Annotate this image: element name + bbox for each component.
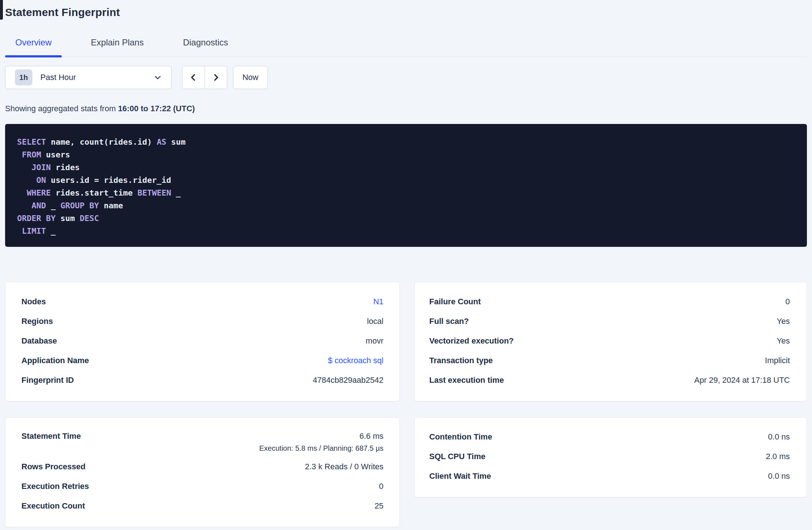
stat-value: Yes: [777, 336, 790, 346]
sql-statement: SELECT name, count(rides.id) AS sum FROM…: [17, 136, 795, 237]
prev-interval-button[interactable]: [182, 66, 205, 89]
stat-subvalue: Execution: 5.8 ms / Planning: 687.5 µs: [259, 444, 383, 453]
stat-value: Apr 29, 2024 at 17:18 UTC: [694, 376, 790, 385]
sql-line: SELECT name, count(rides.id) AS sum: [17, 136, 795, 148]
stat-value-link[interactable]: N1: [373, 297, 383, 306]
sql-token: LIMIT: [22, 226, 46, 236]
sql-line: JOIN rides: [17, 161, 795, 174]
stat-row: Failure Count0: [429, 292, 790, 312]
stat-value-wrap: 25: [375, 501, 383, 511]
stat-label: Application Name: [21, 356, 89, 365]
sql-token: AS: [157, 137, 166, 146]
stat-row: Databasemovr: [21, 331, 383, 351]
stat-label: Nodes: [21, 297, 46, 306]
sql-token: sum: [56, 214, 80, 223]
chevron-left-icon: [189, 73, 198, 82]
stat-value: Implicit: [765, 356, 790, 365]
stat-label: Database: [21, 336, 57, 346]
stat-value-wrap: movr: [366, 336, 383, 346]
sql-line: ORDER BY sum DESC: [17, 212, 795, 225]
sql-token: [17, 163, 32, 172]
stat-value-wrap: N1: [373, 297, 383, 306]
stat-label: Execution Retries: [21, 482, 89, 491]
tab-explain-plans-label: Explain Plans: [91, 37, 144, 47]
sql-statement-box: SELECT name, count(rides.id) AS sum FROM…: [5, 124, 807, 247]
chevron-right-icon: [212, 73, 220, 82]
now-button[interactable]: Now: [233, 66, 268, 89]
sql-token: _: [46, 201, 61, 210]
sidebar-edge-sliver: [0, 0, 3, 20]
sql-line: FROM users: [17, 148, 795, 161]
stat-value-wrap: 6.6 msExecution: 5.8 ms / Planning: 687.…: [259, 431, 383, 453]
stat-label: Last execution time: [429, 376, 504, 385]
sql-token: SELECT: [17, 137, 46, 146]
sql-token: GROUP BY: [60, 201, 99, 210]
active-tab-indicator: [5, 55, 62, 57]
stat-label: Rows Processed: [21, 462, 85, 471]
stats-caption: Showing aggregated stats from 16:00 to 1…: [5, 104, 807, 114]
stat-row: Transaction typeImplicit: [429, 351, 790, 370]
sql-token: [17, 150, 22, 159]
statement-times-card: Statement Time6.6 msExecution: 5.8 ms / …: [5, 417, 400, 527]
stats-caption-range: 16:00 to 17:22 (UTC): [118, 104, 195, 113]
stat-row: Regionslocal: [21, 312, 383, 331]
stat-row: Execution Count25: [21, 496, 383, 516]
stat-row: Fingerprint ID4784cb829aab2542: [21, 370, 383, 390]
sql-token: name: [99, 201, 123, 210]
sql-token: DESC: [80, 214, 99, 223]
stat-value-link[interactable]: $ cockroach sql: [328, 356, 383, 365]
sql-line: ON users.id = rides.rider_id: [17, 174, 795, 186]
stat-row: Vectorized execution?Yes: [429, 331, 790, 351]
tab-diagnostics[interactable]: Diagnostics: [173, 37, 238, 57]
stat-value-wrap: 4784cb829aab2542: [313, 376, 383, 385]
stat-label: Fingerprint ID: [21, 376, 74, 385]
stat-label: Regions: [21, 317, 53, 326]
stat-row: Application Name$ cockroach sql: [21, 351, 383, 370]
sql-token: [17, 226, 22, 236]
stat-value: movr: [366, 336, 383, 346]
stat-row: Statement Time6.6 msExecution: 5.8 ms / …: [21, 427, 383, 457]
tab-explain-plans[interactable]: Explain Plans: [81, 37, 154, 57]
stat-label: Full scan?: [429, 317, 469, 326]
stat-row: Execution Retries0: [21, 477, 383, 496]
stat-value-wrap: 2.3 k Reads / 0 Writes: [305, 462, 383, 471]
stat-label: Vectorized execution?: [429, 336, 514, 346]
stat-value-wrap: 0: [379, 482, 383, 491]
stat-row: Last execution timeApr 29, 2024 at 17:18…: [429, 370, 790, 390]
stat-value-wrap: Yes: [777, 317, 790, 326]
sql-line: LIMIT _: [17, 225, 795, 237]
stat-row: Contention Time0.0 ns: [429, 427, 790, 447]
stats-cards: NodesN1RegionslocalDatabasemovrApplicati…: [5, 282, 807, 527]
stat-value-wrap: 0.0 ns: [768, 432, 790, 442]
stat-value: 6.6 ms: [259, 431, 383, 441]
interval-label: Past Hour: [40, 73, 76, 82]
stat-value: 2.0 ms: [766, 452, 790, 461]
stat-value: 0.0 ns: [768, 432, 790, 442]
statement-details-card: NodesN1RegionslocalDatabasemovrApplicati…: [5, 282, 400, 401]
sql-token: rides: [51, 163, 80, 172]
stat-value-wrap: $ cockroach sql: [328, 356, 383, 365]
sql-token: _: [171, 188, 181, 197]
time-interval-dropdown[interactable]: 1h Past Hour: [5, 66, 172, 89]
tab-overview-label: Overview: [15, 37, 52, 47]
next-interval-button[interactable]: [205, 66, 227, 89]
stat-value: 2.3 k Reads / 0 Writes: [305, 462, 383, 471]
sql-token: JOIN: [32, 163, 51, 172]
sql-token: name, count(rides.id): [46, 137, 157, 146]
stat-value: 0: [379, 482, 383, 491]
page-title: Statement Fingerprint: [5, 6, 807, 19]
stat-label: Execution Count: [21, 501, 85, 511]
stat-label: Transaction type: [429, 356, 493, 365]
stat-row: Full scan?Yes: [429, 312, 790, 331]
tab-diagnostics-label: Diagnostics: [183, 37, 228, 47]
tab-overview[interactable]: Overview: [5, 37, 62, 57]
sql-token: FROM: [22, 150, 41, 159]
stats-caption-prefix: Showing aggregated stats from: [5, 104, 118, 113]
stat-row: SQL CPU Time2.0 ms: [429, 447, 790, 466]
sql-line: WHERE rides.start_time BETWEEN _: [17, 186, 795, 199]
sql-token: ORDER BY: [17, 214, 56, 223]
stat-value-wrap: Yes: [777, 336, 790, 346]
sql-token: ON: [36, 176, 46, 185]
stat-value-wrap: 0: [785, 297, 790, 306]
sql-token: _: [46, 226, 56, 236]
